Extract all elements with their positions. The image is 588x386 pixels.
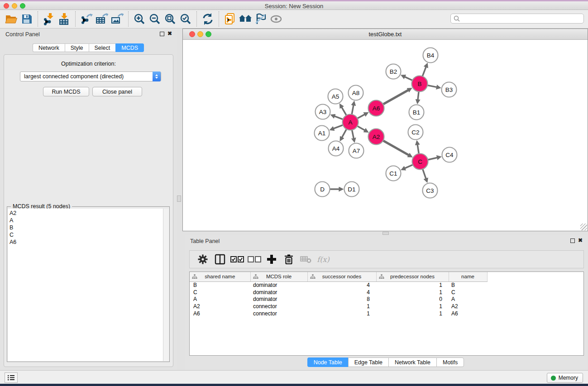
network-canvas[interactable]: B4B2BB3A8A5A6A3B1AC2A1A2A4A7C4CC1DD1C3 <box>183 40 588 231</box>
hide-panel-eye-icon[interactable] <box>268 12 284 26</box>
table-cell[interactable]: 1 <box>307 310 376 317</box>
table-cell[interactable]: A6 <box>190 310 250 317</box>
export-table-icon[interactable] <box>94 12 110 26</box>
add-column-icon[interactable] <box>263 253 280 266</box>
node-A4[interactable]: A4 <box>329 141 344 156</box>
mcds-result-item[interactable]: A <box>8 217 163 224</box>
node-A[interactable]: A <box>343 114 359 130</box>
table-cell[interactable]: 4 <box>307 281 376 289</box>
tab-style[interactable]: Style <box>65 43 89 52</box>
node-A1[interactable]: A1 <box>315 126 330 141</box>
table-cell[interactable]: 0 <box>376 295 449 303</box>
node-A3[interactable]: A3 <box>316 105 330 119</box>
export-network-icon[interactable] <box>79 12 94 26</box>
import-network-icon[interactable] <box>41 12 57 26</box>
vertical-split-handle[interactable] <box>177 195 181 202</box>
mcds-result-scrollbar[interactable] <box>163 209 169 361</box>
memory-button[interactable]: Memory <box>547 373 583 383</box>
table-cell[interactable]: connector <box>250 310 307 317</box>
table-row[interactable]: A2connector11A2 <box>190 303 487 310</box>
tab-node-table[interactable]: Node Table <box>307 357 348 367</box>
table-cell[interactable]: A <box>449 295 487 303</box>
node-A7[interactable]: A7 <box>349 143 364 158</box>
export-image-icon[interactable] <box>110 12 125 26</box>
column-header-predecessor-nodes[interactable]: predecessor nodes <box>376 272 449 281</box>
mcds-result-item[interactable]: B <box>8 224 163 231</box>
table-cell[interactable]: 1 <box>376 289 449 296</box>
delete-column-icon[interactable] <box>280 253 297 266</box>
table-cell[interactable]: 1 <box>376 281 449 289</box>
function-builder-icon[interactable]: f(x) <box>315 253 332 266</box>
mcds-result-item[interactable]: C <box>8 231 163 238</box>
search-field[interactable] <box>450 14 584 24</box>
table-cell[interactable]: 1 <box>307 303 376 310</box>
zoom-out-icon[interactable] <box>147 12 163 26</box>
import-table-icon[interactable] <box>57 12 72 26</box>
optimization-criterion-dropdown[interactable]: largest connected component (directed) <box>20 71 161 81</box>
clear-table-icon[interactable] <box>297 253 315 266</box>
node-A5[interactable]: A5 <box>328 89 343 104</box>
open-file-icon[interactable] <box>4 12 19 26</box>
node-C2[interactable]: C2 <box>408 125 423 140</box>
table-cell[interactable]: C <box>190 289 250 296</box>
node-C[interactable]: C <box>412 154 428 170</box>
close-panel-icon[interactable]: ✖ <box>578 237 583 243</box>
table-cell[interactable]: B <box>190 281 250 289</box>
window-resize-grip[interactable] <box>580 224 587 230</box>
float-panel-icon[interactable] <box>160 32 164 36</box>
close-panel-icon[interactable]: ✖ <box>167 30 172 37</box>
node-C1[interactable]: C1 <box>386 166 401 181</box>
zoom-selected-icon[interactable] <box>178 12 193 26</box>
graphics-details-icon[interactable] <box>253 12 268 26</box>
task-history-button[interactable] <box>5 372 18 383</box>
network-window-titlebar[interactable]: testGlobe.txt <box>183 29 588 40</box>
zoom-in-icon[interactable] <box>132 12 147 26</box>
node-A8[interactable]: A8 <box>349 86 363 100</box>
table-cell[interactable]: connector <box>250 303 307 310</box>
tab-network[interactable]: Network <box>33 43 65 52</box>
table-cell[interactable]: A2 <box>449 303 487 310</box>
tab-motifs[interactable]: Motifs <box>436 357 464 367</box>
column-header-MCDS-role[interactable]: MCDS role <box>250 272 307 281</box>
table-cell[interactable]: C <box>449 289 487 296</box>
column-header-successor-nodes[interactable]: successor nodes <box>307 272 376 281</box>
table-cell[interactable]: dominator <box>250 289 307 296</box>
node-table[interactable]: shared nameMCDS rolesuccessor nodesprede… <box>190 272 488 317</box>
tab-edge-table[interactable]: Edge Table <box>348 357 388 367</box>
table-row[interactable]: Bdominator41B <box>190 281 487 289</box>
mcds-result-item[interactable]: A2 <box>8 210 163 217</box>
save-session-icon[interactable] <box>19 12 34 26</box>
gear-icon[interactable] <box>194 253 211 266</box>
mcds-result-list[interactable]: A2ABCA6 <box>8 209 163 361</box>
select-all-icon[interactable] <box>229 253 246 266</box>
table-cell[interactable]: dominator <box>250 281 307 289</box>
tab-select[interactable]: Select <box>89 43 116 52</box>
node-A2[interactable]: A2 <box>368 129 384 145</box>
column-layout-icon[interactable] <box>211 253 229 266</box>
node-A6[interactable]: A6 <box>368 100 384 116</box>
column-header-shared-name[interactable]: shared name <box>190 272 250 281</box>
node-B3[interactable]: B3 <box>442 82 457 97</box>
deselect-all-icon[interactable] <box>246 253 263 266</box>
column-header-name[interactable]: name <box>449 272 487 281</box>
node-C3[interactable]: C3 <box>423 183 438 198</box>
table-cell[interactable]: 4 <box>307 289 376 296</box>
table-cell[interactable]: B <box>449 281 487 289</box>
table-cell[interactable]: 1 <box>376 310 449 317</box>
mcds-result-item[interactable]: A6 <box>8 238 163 246</box>
horizontal-split-handle[interactable] <box>382 232 389 235</box>
table-cell[interactable]: dominator <box>250 295 307 303</box>
table-cell[interactable]: 8 <box>307 295 376 303</box>
zoom-fit-icon[interactable] <box>163 12 178 26</box>
tab-mcds[interactable]: MCDS <box>115 43 144 52</box>
table-row[interactable]: Adominator80A <box>190 295 487 303</box>
duplicate-network-icon[interactable] <box>222 12 238 26</box>
close-panel-button[interactable]: Close panel <box>92 87 142 96</box>
table-cell[interactable]: A <box>190 295 250 303</box>
node-D1[interactable]: D1 <box>344 182 359 197</box>
node-table-header[interactable]: shared nameMCDS rolesuccessor nodesprede… <box>190 272 487 281</box>
node-B4[interactable]: B4 <box>423 48 438 63</box>
table-row[interactable]: A6connector11A6 <box>190 310 487 317</box>
table-cell[interactable]: A2 <box>190 303 250 310</box>
table-cell[interactable]: A6 <box>449 310 487 317</box>
